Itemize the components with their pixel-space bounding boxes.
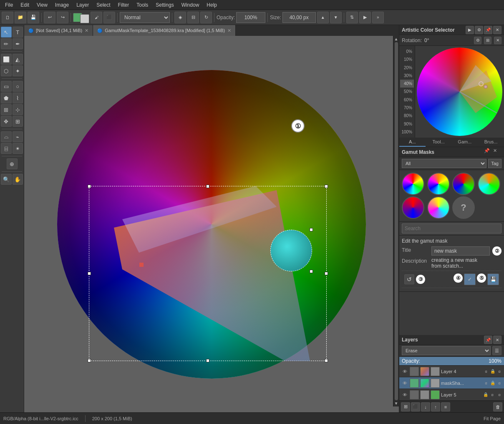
deform-tool[interactable]: ⌸	[1, 143, 12, 154]
rot-close-btn[interactable]: ✕	[494, 37, 501, 44]
title-input[interactable]	[431, 246, 490, 256]
layer-blend-select[interactable]: Erase	[402, 346, 491, 355]
layers-pin-btn[interactable]: 📌	[484, 336, 492, 344]
layer4-vis[interactable]: 👁	[401, 368, 408, 375]
opacity-input[interactable]	[236, 12, 265, 23]
inner-handle-tr[interactable]	[310, 228, 313, 231]
freehand-select-tool[interactable]: ⌇	[13, 93, 23, 103]
sel-handle-bl[interactable]	[88, 359, 91, 362]
size-input[interactable]	[282, 12, 316, 23]
rotate-canvas-button[interactable]: ▶	[359, 12, 371, 23]
redo-button[interactable]: ↪	[57, 12, 68, 23]
scroll-down-btn[interactable]: ▼	[394, 401, 398, 406]
gamut-close-btn[interactable]: ✕	[493, 148, 501, 156]
fit-page[interactable]: Fit Page	[484, 416, 501, 421]
layers-close-btn[interactable]: ✕	[493, 336, 501, 344]
tab-gamut[interactable]: 🔵 GamutMaskTemplate_1538408289.kra [Modi…	[93, 25, 236, 36]
toolbar-more-button[interactable]: »	[372, 12, 384, 23]
gamut-thumb-question[interactable]: ?	[452, 196, 475, 219]
size-up-button[interactable]: ▲	[317, 12, 329, 23]
tab-brush[interactable]: Brus...	[478, 138, 504, 147]
acs-play-btn[interactable]: ▶	[466, 26, 474, 34]
tab-unsaved-close[interactable]: ✕	[85, 28, 88, 33]
menu-filter[interactable]: Filter	[115, 1, 133, 9]
smart-patch-tool[interactable]: ✴	[13, 143, 23, 154]
brush-preset-button[interactable]: 🖌	[91, 12, 102, 23]
layer-filter-btn[interactable]: ☰	[492, 346, 501, 355]
inner-handle-br[interactable]	[310, 270, 313, 273]
gamut-thumb-2[interactable]	[427, 173, 450, 195]
acs-close-btn[interactable]: ✕	[493, 26, 501, 34]
acs-mini-wheel[interactable]	[417, 48, 502, 136]
masksha-vis[interactable]: 👁	[401, 379, 408, 387]
canvas-container[interactable]: ①	[24, 36, 399, 412]
filter-all-select[interactable]: All	[402, 159, 486, 168]
select-tool[interactable]: ↖	[1, 27, 12, 38]
tag-button[interactable]: Tag	[488, 159, 501, 168]
tab-tool[interactable]: Tool...	[426, 138, 452, 147]
layer-move-up-btn[interactable]: ↑	[431, 402, 440, 411]
gradient-tool[interactable]: ◭	[13, 54, 23, 65]
search-input[interactable]	[402, 223, 501, 233]
layer-row-5[interactable]: 👁 Layer 5 🔒 α α	[399, 389, 504, 401]
mirror-h-button[interactable]: ⊟	[187, 12, 199, 23]
edit-ok-btn-1[interactable]: ✓	[464, 273, 476, 285]
layer-row-masksha[interactable]: 👁 maskSha... α 🔒 α	[399, 377, 504, 389]
menu-file[interactable]: File	[2, 1, 16, 9]
layer-row-4[interactable]: 👁 Layer 4 α 🔒 α	[399, 366, 504, 377]
ellipse-select-tool[interactable]: ○	[13, 81, 23, 92]
path-tool[interactable]: ✦	[13, 65, 23, 76]
layer5-vis[interactable]: 👁	[401, 391, 408, 399]
tab-artistic[interactable]: A...	[399, 138, 426, 147]
layer-add-btn[interactable]: ⊞	[401, 402, 410, 411]
edit-cancel-btn[interactable]: ↺	[404, 274, 414, 284]
brush-editor-button[interactable]: ⬛	[103, 12, 115, 23]
similar-select-tool[interactable]: ⊹	[13, 104, 23, 115]
zoom-tool[interactable]: 🔍	[1, 174, 12, 185]
scroll-up-btn[interactable]: ▲	[394, 37, 398, 41]
text-tool[interactable]: T	[13, 27, 23, 38]
save-button[interactable]: 💾	[28, 12, 39, 23]
layer-group-btn[interactable]: ⬛	[411, 402, 420, 411]
size-down-button[interactable]: ▼	[330, 12, 342, 23]
undo-button[interactable]: ↩	[44, 12, 55, 23]
menu-image[interactable]: Image	[52, 1, 72, 9]
acs-pin-btn[interactable]: 📌	[484, 26, 492, 34]
menu-settings[interactable]: Settings	[152, 1, 177, 9]
open-button[interactable]: 📁	[15, 12, 26, 23]
rot-settings-btn[interactable]: ⚙	[474, 37, 481, 44]
menu-tools[interactable]: Tools	[133, 1, 151, 9]
gamut-thumb-4[interactable]	[478, 173, 500, 195]
tab-gamut-close[interactable]: ✕	[227, 28, 231, 33]
menu-help[interactable]: Help	[203, 1, 220, 9]
menu-select[interactable]: Select	[93, 1, 113, 9]
gamut-thumb-5[interactable]	[402, 196, 424, 219]
rect-select-tool[interactable]: ▭	[1, 81, 12, 92]
magnetic-tool[interactable]: ⌁	[13, 131, 23, 142]
transform-tool[interactable]: ✥	[1, 116, 12, 127]
wrap-button[interactable]: ↻	[200, 12, 212, 23]
gamut-thumb-6[interactable]	[427, 196, 450, 219]
canvas-scrollbar-v[interactable]: ▲ ▼	[393, 36, 399, 406]
eraser-button[interactable]: ◈	[174, 12, 186, 23]
contiguous-select-tool[interactable]: ⊞	[1, 104, 12, 115]
menu-layer[interactable]: Layer	[73, 1, 92, 9]
shape-tool[interactable]: ⬡	[1, 65, 12, 76]
gamut-thumb-1[interactable]	[402, 173, 424, 195]
pan-tool[interactable]: ✋	[13, 174, 23, 185]
freehand-tool[interactable]: ✏	[1, 38, 12, 49]
blend-mode-select[interactable]: Normal	[120, 12, 170, 23]
fill-tool[interactable]: ⬜	[1, 54, 12, 65]
mirror-canvas-button[interactable]: ⇅	[346, 12, 358, 23]
crop-tool[interactable]: ⊞	[13, 116, 23, 127]
menu-view[interactable]: View	[33, 1, 51, 9]
layer-move-down-btn[interactable]: ↓	[421, 402, 430, 411]
menu-edit[interactable]: Edit	[17, 1, 33, 9]
rot-pin-btn[interactable]: ⊞	[484, 37, 491, 44]
edit-ok-btn-2[interactable]: 💾	[487, 273, 499, 285]
sel-handle-br[interactable]	[325, 359, 328, 362]
new-button[interactable]: 🗋	[2, 12, 13, 23]
gamut-pin-btn[interactable]: 📌	[484, 148, 492, 156]
tab-gamut[interactable]: Gam...	[452, 138, 478, 147]
layer-properties-btn[interactable]: ≡	[441, 402, 450, 411]
